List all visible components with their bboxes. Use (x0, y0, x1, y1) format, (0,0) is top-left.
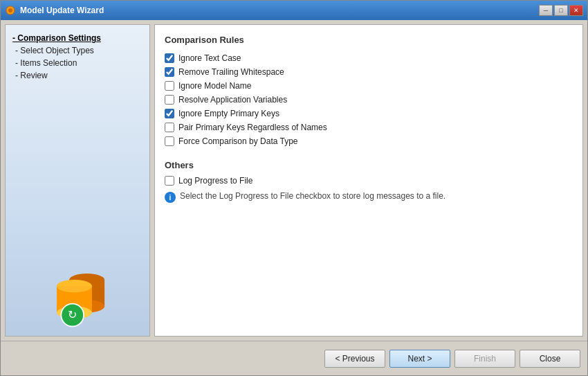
checkbox-force-comparison-by-data-type-input[interactable] (165, 136, 174, 146)
nav-select-object-types[interactable]: - Select Object Types (12, 44, 143, 57)
checkbox-ignore-model-name-input[interactable] (165, 81, 174, 91)
checkbox-remove-trailing-whitespace-input[interactable] (165, 67, 174, 77)
right-content-panel: Comparison Rules Ignore Text Case Remove… (154, 24, 583, 337)
checkbox-log-progress-to-file[interactable]: Log Progress to File (165, 176, 573, 186)
checkbox-pair-primary-keys-regardless-input[interactable] (165, 123, 174, 132)
checkbox-force-comparison-by-data-type-label: Force Comparison by Data Type (178, 136, 298, 146)
close-window-button[interactable]: ✕ (569, 5, 583, 16)
wizard-window: Model Update Wizard ─ □ ✕ - Comparison S… (0, 0, 588, 376)
checkbox-log-progress-to-file-input[interactable] (165, 176, 174, 186)
title-bar: Model Update Wizard ─ □ ✕ (1, 1, 587, 20)
checkbox-resolve-application-variables-input[interactable] (165, 95, 174, 105)
close-button[interactable]: Close (520, 350, 580, 368)
info-message: Select the Log Progress to File checkbox… (180, 191, 445, 201)
others-title: Others (165, 160, 573, 170)
window-controls: ─ □ ✕ (539, 5, 583, 16)
comparison-rules-checkboxes: Ignore Text Case Remove Trailing Whitesp… (165, 53, 573, 146)
maximize-button[interactable]: □ (554, 5, 568, 16)
nav-comparison-settings[interactable]: - Comparison Settings (12, 32, 143, 44)
svg-point-1 (8, 8, 12, 12)
main-content: - Comparison Settings - Select Object Ty… (1, 20, 587, 341)
info-icon: i (165, 192, 176, 203)
finish-button[interactable]: Finish (454, 350, 515, 368)
nav-items-selection[interactable]: - Items Selection (12, 57, 143, 69)
checkbox-ignore-empty-primary-keys-label: Ignore Empty Primary Keys (178, 109, 279, 118)
previous-button[interactable]: < Previous (324, 350, 385, 368)
bottom-button-bar: < Previous Next > Finish Close (1, 341, 587, 375)
svg-point-8 (57, 280, 92, 292)
checkbox-ignore-model-name-label: Ignore Model Name (178, 81, 251, 91)
window-title: Model Update Wizard (20, 6, 539, 15)
comparison-rules-title: Comparison Rules (165, 35, 573, 45)
checkbox-ignore-empty-primary-keys[interactable]: Ignore Empty Primary Keys (165, 109, 573, 118)
db-icon-area: ↻ (6, 260, 149, 329)
checkbox-ignore-text-case-label: Ignore Text Case (178, 53, 241, 63)
checkbox-ignore-text-case-input[interactable] (165, 53, 174, 63)
next-button[interactable]: Next > (389, 350, 450, 368)
checkbox-ignore-empty-primary-keys-input[interactable] (165, 109, 174, 118)
database-illustration: ↻ (36, 260, 119, 329)
svg-text:↻: ↻ (68, 308, 77, 321)
app-icon (5, 5, 16, 16)
checkbox-resolve-application-variables-label: Resolve Application Variables (178, 95, 287, 105)
checkbox-remove-trailing-whitespace[interactable]: Remove Trailing Whitespace (165, 67, 573, 77)
info-row: i Select the Log Progress to File checkb… (165, 191, 573, 203)
left-nav-panel: - Comparison Settings - Select Object Ty… (5, 24, 150, 337)
checkbox-log-progress-to-file-label: Log Progress to File (178, 176, 252, 186)
checkbox-remove-trailing-whitespace-label: Remove Trailing Whitespace (178, 67, 284, 77)
checkbox-force-comparison-by-data-type[interactable]: Force Comparison by Data Type (165, 136, 573, 146)
checkbox-resolve-application-variables[interactable]: Resolve Application Variables (165, 95, 573, 105)
checkbox-pair-primary-keys-regardless-label: Pair Primary Keys Regardless of Names (178, 123, 327, 132)
minimize-button[interactable]: ─ (539, 5, 553, 16)
checkbox-ignore-text-case[interactable]: Ignore Text Case (165, 53, 573, 63)
nav-review[interactable]: - Review (12, 69, 143, 82)
others-section: Others Log Progress to File i Select the… (165, 160, 573, 203)
checkbox-ignore-model-name[interactable]: Ignore Model Name (165, 81, 573, 91)
checkbox-pair-primary-keys-regardless[interactable]: Pair Primary Keys Regardless of Names (165, 123, 573, 132)
